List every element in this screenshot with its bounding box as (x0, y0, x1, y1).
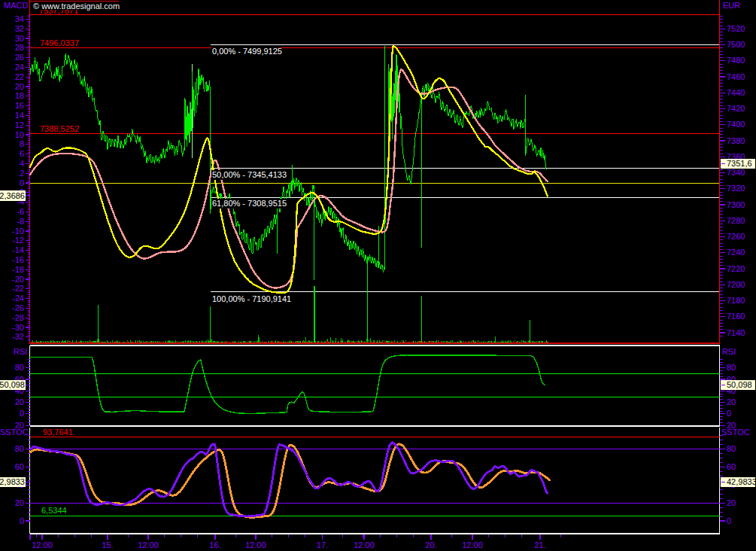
svg-text:-22: -22 (12, 284, 24, 293)
svg-text:7380: 7380 (727, 136, 745, 145)
svg-text:20.: 20. (425, 540, 436, 549)
svg-text:42,9833: 42,9833 (727, 477, 756, 486)
svg-text:2: 2 (20, 169, 24, 178)
svg-text:80: 80 (15, 444, 24, 453)
svg-text:12:00: 12:00 (245, 540, 266, 549)
svg-text:7180: 7180 (727, 296, 745, 305)
svg-text:10: 10 (15, 130, 24, 139)
svg-text:80: 80 (727, 444, 736, 453)
svg-text:SSTOC: SSTOC (721, 428, 750, 437)
svg-text:30: 30 (15, 34, 24, 43)
svg-text:0: 0 (727, 516, 731, 525)
svg-text:7340: 7340 (727, 168, 745, 177)
svg-text:7440: 7440 (727, 88, 745, 97)
svg-text:7300: 7300 (727, 200, 745, 209)
svg-text:12:00: 12:00 (462, 540, 483, 549)
svg-text:7351,6: 7351,6 (727, 159, 752, 168)
svg-text:15.: 15. (102, 540, 113, 549)
svg-text:18: 18 (15, 91, 24, 100)
svg-text:RSI: RSI (722, 347, 736, 356)
svg-text:21.: 21. (534, 540, 545, 549)
svg-text:20: 20 (15, 82, 24, 91)
svg-text:7320: 7320 (727, 184, 745, 193)
svg-text:-20: -20 (12, 275, 24, 284)
svg-text:50,098: 50,098 (727, 380, 752, 389)
svg-text:61,80% - 7308,9515: 61,80% - 7308,9515 (212, 199, 287, 208)
svg-text:RSI: RSI (14, 347, 27, 356)
svg-text:16: 16 (15, 101, 24, 110)
svg-text:93,7641: 93,7641 (43, 428, 73, 437)
svg-text:-24: -24 (12, 294, 24, 303)
svg-text:MACD: MACD (4, 1, 28, 10)
svg-text:12:00: 12:00 (138, 540, 159, 549)
svg-text:7220: 7220 (727, 264, 745, 273)
svg-text:50,00% - 7345,4133: 50,00% - 7345,4133 (212, 170, 287, 179)
svg-text:-18: -18 (12, 265, 24, 274)
svg-text:60: 60 (727, 462, 736, 471)
svg-text:12:00: 12:00 (32, 540, 53, 549)
svg-text:-32: -32 (12, 332, 24, 341)
svg-text:60: 60 (15, 462, 24, 471)
svg-text:100,00% - 7190,9141: 100,00% - 7190,9141 (212, 294, 291, 303)
svg-text:-26: -26 (12, 303, 24, 312)
svg-text:7260: 7260 (727, 232, 745, 241)
svg-text:4: 4 (20, 159, 24, 168)
svg-text:12:00: 12:00 (354, 540, 375, 549)
svg-text:SSTOC: SSTOC (0, 428, 29, 437)
svg-text:20: 20 (727, 498, 736, 507)
svg-text:34: 34 (15, 14, 24, 23)
svg-text:7480: 7480 (727, 56, 745, 65)
svg-text:16.: 16. (209, 540, 220, 549)
svg-text:7160: 7160 (727, 312, 745, 321)
svg-text:28: 28 (15, 43, 24, 52)
svg-text:0: 0 (727, 409, 731, 418)
svg-text:7200: 7200 (727, 280, 745, 289)
svg-text:7520: 7520 (727, 24, 745, 33)
svg-text:80: 80 (15, 363, 24, 372)
svg-text:17.: 17. (317, 540, 328, 549)
svg-text:50,098: 50,098 (0, 380, 25, 389)
svg-text:20: 20 (15, 498, 24, 507)
svg-text:80: 80 (727, 363, 736, 372)
svg-text:24: 24 (15, 62, 24, 72)
svg-text:-10: -10 (12, 227, 24, 236)
svg-text:7280: 7280 (727, 216, 745, 225)
svg-text:0: 0 (20, 409, 24, 418)
svg-text:-16: -16 (12, 255, 24, 264)
svg-text:EUR: EUR (723, 1, 740, 10)
svg-text:32: 32 (15, 24, 24, 33)
svg-text:20: 20 (15, 397, 24, 406)
svg-text:7496,0337: 7496,0337 (40, 38, 79, 47)
svg-text:22: 22 (15, 72, 24, 81)
svg-text:2,9833: 2,9833 (0, 477, 25, 486)
svg-text:7240: 7240 (727, 248, 745, 257)
svg-text:7400: 7400 (727, 120, 745, 129)
svg-text:7388,5252: 7388,5252 (40, 124, 79, 133)
svg-text:© www.tradesignal.com: © www.tradesignal.com (33, 2, 120, 11)
svg-text:7140: 7140 (727, 328, 745, 337)
svg-text:20: 20 (727, 397, 736, 406)
svg-text:-8: -8 (17, 217, 24, 226)
svg-text:-12: -12 (12, 236, 24, 245)
svg-text:14: 14 (15, 111, 24, 120)
svg-text:12: 12 (15, 120, 24, 129)
svg-text:-6: -6 (17, 207, 24, 216)
svg-text:6: 6 (20, 149, 24, 158)
svg-text:2,3686: 2,3686 (0, 191, 25, 200)
svg-text:7420: 7420 (727, 104, 745, 113)
svg-text:-28: -28 (12, 313, 24, 322)
svg-text:26: 26 (15, 53, 24, 62)
svg-text:0: 0 (20, 516, 24, 525)
svg-text:0,00% - 7499,9125: 0,00% - 7499,9125 (212, 47, 282, 56)
svg-text:8: 8 (20, 139, 24, 148)
svg-text:6,5344: 6,5344 (41, 506, 67, 515)
svg-text:-30: -30 (12, 323, 24, 332)
svg-text:7460: 7460 (727, 72, 745, 81)
svg-text:0: 0 (20, 178, 24, 187)
svg-text:-14: -14 (12, 245, 24, 254)
svg-text:7500: 7500 (727, 40, 745, 49)
